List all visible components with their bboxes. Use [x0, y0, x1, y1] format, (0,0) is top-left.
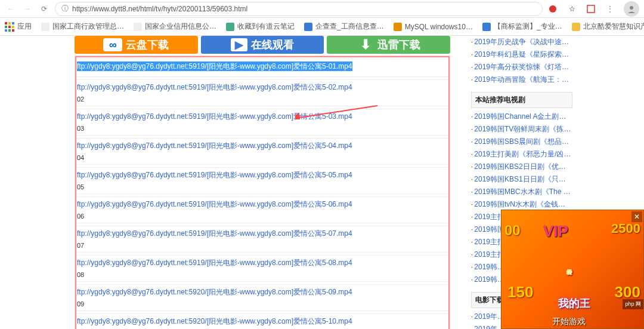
url-text: https://www.dytt8.net/html/tv/hytv/20200… [72, 5, 247, 13]
main-column: ∞云盘下载 ▶在线观看 ⬇迅雷下载 ftp://ygdy8:ygdy8@yg76… [75, 36, 450, 329]
link-number: 07 [75, 241, 450, 250]
download-link[interactable]: ftp://ygdy8:ygdy8@yg76.dydytt.net:5919/[… [77, 62, 352, 71]
ad-text: 00 [504, 222, 521, 239]
download-link-row: ftp://ygdy8:ygdy8@yg76.dydytt.net:5919/[… [75, 253, 450, 282]
sidebar-link[interactable]: 2019韩国MBC水木剧《The Game… [471, 186, 572, 198]
page-icon [572, 23, 580, 31]
download-link-row: ftp://ygdy8:ygdy8@yg76.dydytt.net:5919/[… [75, 106, 450, 136]
svg-line-4 [299, 106, 377, 118]
link-number: 08 [75, 270, 450, 279]
download-link-row: ftp://ygdy8:ygdy8@yg76.dydytt.net:5920/[… [75, 311, 450, 329]
sidebar-link[interactable]: 2019年科幻悬疑《星际探索》BD… [471, 48, 572, 61]
sidebar-link[interactable]: 2019年动画冒险《航海王：狂热… [471, 73, 572, 86]
forward-button[interactable]: → [21, 3, 33, 15]
apps-grid-icon [5, 22, 14, 32]
annotation-arrow [295, 104, 379, 121]
download-link[interactable]: ftp://ygdy8:ygdy8@yg76.dydytt.net:5920/[… [77, 288, 352, 296]
page-icon [394, 23, 402, 31]
bookmark-item[interactable]: 国家企业信用信息公… [134, 21, 216, 32]
address-bar[interactable]: ⓘ https://www.dytt8.net/html/tv/hytv/202… [55, 2, 543, 16]
download-link[interactable]: ftp://ygdy8:ygdy8@yg76.dydytt.net:5919/[… [77, 171, 352, 179]
download-buttons-row: ∞云盘下载 ▶在线观看 ⬇迅雷下载 [75, 36, 450, 54]
profile-avatar[interactable] [624, 1, 639, 17]
xunlei-download-button[interactable]: ⬇迅雷下载 [327, 36, 450, 54]
svg-point-2 [630, 6, 633, 10]
page-icon [304, 23, 312, 31]
yunpan-download-button[interactable]: ∞云盘下载 [75, 36, 198, 54]
bookmark-star-icon[interactable]: ☆ [566, 4, 577, 14]
bookmark-item[interactable]: 企查查_工商信息查… [304, 21, 384, 32]
download-link-row: ftp://ygdy8:ygdy8@yg76.dydytt.net:5919/[… [75, 165, 450, 194]
watermark: php 网 [623, 299, 643, 309]
bookmark-item[interactable]: 【商标监测】_专业… [482, 21, 562, 32]
download-link-row: ftp://ygdy8:ygdy8@yg76.dydytt.net:5919/[… [75, 223, 450, 253]
menu-icon[interactable]: ⋮ [605, 4, 615, 14]
link-number: 06 [75, 212, 450, 220]
back-button[interactable]: ← [5, 3, 17, 15]
browser-toolbar: ← → ⟳ ⓘ https://www.dytt8.net/html/tv/hy… [0, 0, 644, 18]
page-icon [41, 23, 49, 31]
sidebar-link[interactable]: 2019韩国tvN水木剧《金钱游戏… [471, 198, 572, 211]
page-icon [482, 23, 491, 31]
link-number: 02 [75, 95, 450, 103]
download-link-row: ftp://ygdy8:ygdy8@yg76.dydytt.net:5919/[… [75, 194, 450, 223]
sidebar-link[interactable]: 2019韩国SBS晨间剧《想品尝一… [471, 136, 572, 148]
ad-text: 我的王 [558, 296, 590, 310]
link-number: 09 [75, 300, 450, 308]
bookmark-item[interactable]: 收藏到有道云笔记 [226, 21, 295, 32]
sidebar-link[interactable]: 2019年高分获奖惊悚《灯塔》BD… [471, 61, 572, 73]
bookmarks-bar: 应用 国家工商行政管理总… 国家企业信用信息公… 收藏到有道云笔记 企查查_工商… [0, 18, 644, 36]
page-icon [134, 23, 142, 31]
ad-text: 150 [507, 283, 533, 302]
bookmark-item[interactable]: 国家工商行政管理总… [41, 21, 124, 32]
play-icon: ▶ [231, 38, 247, 51]
download-link[interactable]: ftp://ygdy8:ygdy8@yg76.dydytt.net:5920/[… [77, 317, 352, 325]
sidebar-link[interactable]: 2019韩国Channel A金土剧《触… [471, 110, 572, 123]
sidebar-section-header: 本站推荐电视剧 [471, 92, 572, 108]
download-link[interactable]: ftp://ygdy8:ygdy8@yg76.dydytt.net:5919/[… [77, 259, 352, 267]
download-link[interactable]: ftp://ygdy8:ygdy8@yg76.dydytt.net:5919/[… [77, 83, 352, 91]
page-icon [226, 23, 234, 31]
download-arrow-icon: ⬇ [357, 38, 374, 51]
link-number: 05 [75, 183, 450, 191]
download-link[interactable]: ftp://ygdy8:ygdy8@yg76.dydytt.net:5919/[… [77, 200, 352, 208]
download-link[interactable]: ftp://ygdy8:ygdy8@yg76.dydytt.net:5919/[… [77, 142, 352, 150]
sidebar-top-links: 2019年历史战争《决战中途岛》…2019年科幻悬疑《星际探索》BD…2019年… [471, 36, 572, 86]
floating-game-ad[interactable]: ✕ 00 VIP 2500 终极传奇 150 300 我的王 开始游戏 php … [501, 210, 644, 329]
sidebar-link[interactable]: 2019韩国KBS1日日剧《只走花… [471, 173, 572, 186]
infinity-icon: ∞ [103, 38, 122, 51]
reload-button[interactable]: ⟳ [38, 3, 50, 15]
download-link-row: ftp://ygdy8:ygdy8@yg76.dydytt.net:5919/[… [75, 136, 450, 165]
apps-button[interactable]: 应用 [5, 21, 32, 32]
sidebar-link[interactable]: 2019韩国TV朝鲜周末剧《拣择-… [471, 123, 572, 136]
bookmark-item[interactable]: MySQL windows10… [394, 23, 473, 31]
download-link-row: ftp://ygdy8:ygdy8@yg76.dydytt.net:5919/[… [75, 56, 450, 77]
ad-text: 2500 [611, 221, 640, 236]
link-number: 04 [75, 153, 450, 162]
watch-online-button[interactable]: ▶在线观看 [201, 36, 324, 54]
link-number: 03 [75, 124, 450, 133]
download-link[interactable]: ftp://ygdy8:ygdy8@yg76.dydytt.net:5919/[… [77, 229, 352, 238]
sidebar-link[interactable]: 2019主打美剧《邪恶力量/凶鬼… [471, 148, 572, 161]
download-links-table: ftp://ygdy8:ygdy8@yg76.dydytt.net:5919/[… [75, 56, 450, 329]
svg-point-0 [549, 5, 556, 13]
sidebar-link[interactable]: 2019年历史战争《决战中途岛》… [471, 36, 572, 48]
ad-cta-button[interactable]: 开始游戏 [552, 316, 586, 327]
sidebar-link[interactable]: 2019韩国KBS2日日剧《优雅的… [471, 161, 572, 173]
download-link-row: ftp://ygdy8:ygdy8@yg76.dydytt.net:5920/[… [75, 282, 450, 311]
bookmark-item[interactable]: 北京酷爱智慧知识产… [572, 21, 644, 32]
ad-text: VIP [543, 222, 568, 241]
download-link-row: ftp://ygdy8:ygdy8@yg76.dydytt.net:5919/[… [75, 77, 450, 106]
svg-rect-1 [587, 5, 595, 13]
shield-icon[interactable] [586, 4, 596, 14]
site-info-icon[interactable]: ⓘ [61, 4, 69, 14]
extension-icon[interactable] [547, 4, 558, 14]
